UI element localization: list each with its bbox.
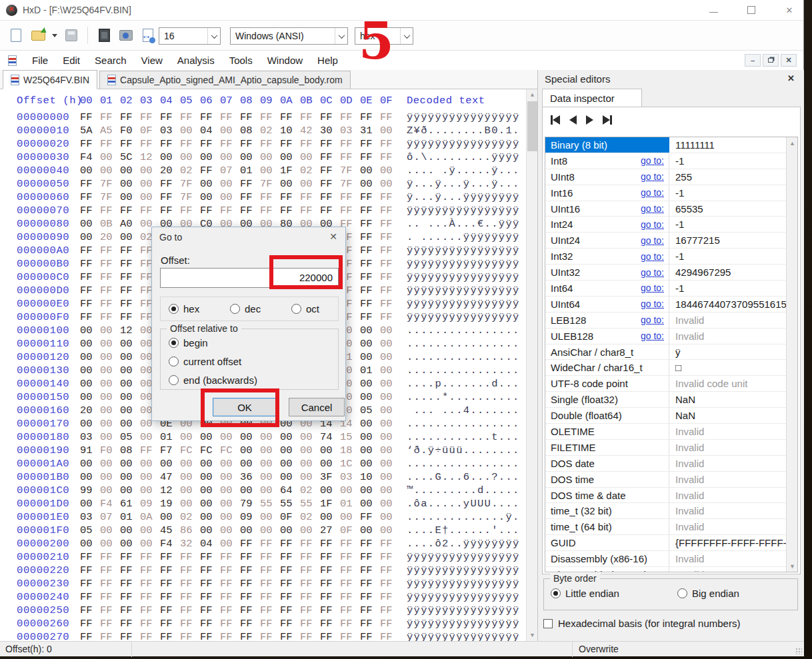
hex-byte[interactable]: 7F [180, 191, 200, 204]
row-decoded-text[interactable]: ÿÿÿÿÿÿÿÿÿÿÿÿÿÿÿÿ [407, 311, 530, 324]
mdi-restore-button[interactable] [763, 54, 779, 67]
menu-help[interactable]: Help [310, 52, 345, 69]
inspector-row[interactable]: Int64go to:-1 [545, 281, 797, 297]
open-ram-button[interactable] [118, 27, 134, 44]
hex-byte[interactable]: 00 [80, 231, 100, 244]
hex-byte[interactable]: 00 [380, 457, 400, 470]
hex-byte[interactable]: 04 [200, 124, 220, 137]
hex-byte[interactable]: 00 [80, 497, 100, 510]
row-decoded-text[interactable]: . ......ÿÿÿÿÿÿÿÿ [407, 231, 530, 244]
hex-row[interactable]: 00000220FFFFFFFFFFFFFFFFFFFFFFFFFFFFFFFF… [0, 564, 530, 577]
nav-next-button[interactable] [586, 115, 593, 125]
inspector-value[interactable]: 18446744073709551615 [669, 299, 797, 310]
hex-byte[interactable]: FF [80, 271, 100, 284]
scroll-down-arrow-icon[interactable]: ▼ [527, 630, 537, 641]
hex-byte[interactable]: 00 [180, 497, 200, 510]
hex-byte[interactable]: FF [360, 244, 380, 257]
hex-byte[interactable]: 00 [200, 177, 220, 191]
hex-row[interactable]: 00000260FFFFFFFFFFFFFFFFFFFFFFFFFFFFFFFF… [0, 617, 530, 630]
hex-byte[interactable]: FF [380, 604, 400, 617]
goto-link[interactable]: go to: [641, 299, 664, 309]
row-decoded-text[interactable]: ..............ÿ. [407, 510, 530, 524]
inspector-row[interactable]: UInt32go to:4294967295 [545, 265, 797, 281]
inspector-value[interactable]: NaN [669, 410, 797, 421]
hex-byte[interactable]: FF [360, 311, 380, 324]
goto-link[interactable]: go to: [641, 187, 664, 198]
hex-byte[interactable]: FF [360, 284, 380, 297]
hex-byte[interactable]: FF [120, 111, 140, 124]
hex-byte[interactable]: 00 [260, 470, 280, 484]
hex-byte[interactable]: 00 [200, 497, 220, 510]
hex-byte[interactable]: 00 [140, 191, 160, 204]
radio-dec[interactable]: dec [230, 303, 261, 315]
hex-byte[interactable]: FF [320, 204, 340, 217]
hex-byte[interactable]: 00 [100, 390, 120, 404]
hex-byte[interactable]: FF [140, 550, 160, 564]
hex-byte[interactable]: 00 [140, 524, 160, 537]
hex-byte[interactable]: FC [220, 444, 240, 457]
hex-byte[interactable]: 36 [240, 470, 260, 484]
status-mode[interactable]: Overwrite [579, 644, 619, 654]
row-decoded-text[interactable]: .... .ÿ.....ÿ... [407, 164, 530, 177]
hex-byte[interactable]: FF [280, 191, 300, 204]
hex-byte[interactable]: 00 [100, 470, 120, 484]
hex-byte[interactable]: 00 [280, 470, 300, 484]
hex-byte[interactable]: FF [300, 550, 320, 564]
hex-byte[interactable]: FF [100, 137, 120, 151]
hex-byte[interactable]: 47 [160, 470, 180, 484]
hex-byte[interactable]: FF [380, 284, 400, 297]
hex-byte[interactable]: 10 [280, 124, 300, 137]
hex-row[interactable]: 0000020000000000F4320400FFFFFFFFFFFFFFFF… [0, 537, 530, 550]
hex-byte[interactable]: FF [200, 137, 220, 151]
inspector-value[interactable]: Invalid [669, 505, 797, 516]
hex-byte[interactable]: FF [140, 564, 160, 577]
hex-byte[interactable]: FF [140, 617, 160, 630]
hex-byte[interactable]: 00 [360, 484, 380, 497]
hex-byte[interactable]: 00 [300, 457, 320, 470]
hex-row[interactable]: 00000030F4005C120000000000000000FFFFFFFF… [0, 151, 530, 164]
radio-little-endian[interactable]: Little endian [551, 588, 619, 599]
hex-byte[interactable]: FF [100, 617, 120, 630]
hex-byte[interactable]: 05 [80, 524, 100, 537]
hex-byte[interactable]: 00 [80, 337, 100, 350]
hex-byte[interactable]: 00 [380, 417, 400, 430]
hex-byte[interactable]: FF [220, 204, 240, 217]
hex-byte[interactable]: FF [380, 311, 400, 324]
hex-byte[interactable]: A0 [120, 217, 140, 231]
hex-row[interactable]: 000001A0000000000000000000000000001C0000… [0, 457, 530, 470]
row-decoded-text[interactable]: ÿÿÿÿÿÿÿÿÿÿÿÿÿÿÿÿ [407, 630, 530, 641]
hex-byte[interactable]: FF [240, 137, 260, 151]
hex-byte[interactable]: FF [240, 630, 260, 641]
new-file-button[interactable] [8, 27, 24, 44]
hex-byte[interactable]: 00 [380, 350, 400, 364]
hex-byte[interactable]: FF [220, 137, 240, 151]
hex-byte[interactable]: FF [380, 257, 400, 271]
hex-byte[interactable]: 00 [100, 164, 120, 177]
hex-byte[interactable]: FF [120, 204, 140, 217]
goto-link[interactable]: go to: [641, 219, 664, 230]
hex-byte[interactable]: FF [120, 244, 140, 257]
hex-byte[interactable]: FF [360, 537, 380, 550]
hex-byte[interactable]: 00 [220, 151, 240, 164]
hex-byte[interactable]: 00 [280, 457, 300, 470]
hex-byte[interactable]: 1C [340, 457, 360, 470]
hex-byte[interactable]: FF [220, 564, 240, 577]
hex-byte[interactable]: FF [220, 550, 240, 564]
hex-byte[interactable]: FF [80, 577, 100, 590]
hex-byte[interactable]: FF [200, 564, 220, 577]
hex-byte[interactable]: FF [260, 550, 280, 564]
hex-byte[interactable]: FF [200, 590, 220, 604]
hex-byte[interactable]: FF [180, 111, 200, 124]
hex-byte[interactable]: FF [300, 111, 320, 124]
hex-byte[interactable]: 02 [260, 124, 280, 137]
hex-byte[interactable]: FF [80, 297, 100, 311]
row-decoded-text[interactable]: ÿ...ÿ...ÿ...ÿ... [407, 177, 530, 191]
hex-byte[interactable]: FF [320, 537, 340, 550]
hex-byte[interactable]: 00 [220, 177, 240, 191]
row-decoded-text[interactable]: ................ [407, 324, 530, 337]
inspector-row[interactable]: time_t (64 bit)Invalid [545, 519, 797, 535]
hex-byte[interactable]: FF [280, 550, 300, 564]
tab-data-inspector[interactable]: Data inspector [542, 89, 642, 107]
hex-byte[interactable]: 00 [260, 151, 280, 164]
hex-byte[interactable]: FF [200, 164, 220, 177]
